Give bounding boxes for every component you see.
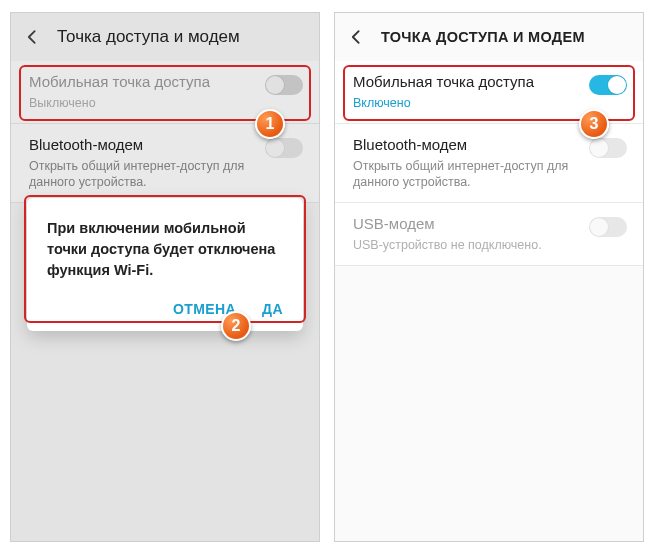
step-badge-1: 1 — [255, 109, 285, 139]
row-usb-tether[interactable]: USB-модем USB-устройство не подключено. — [335, 203, 643, 266]
phone-screen-right: ТОЧКА ДОСТУПА И МОДЕМ Мобильная точка до… — [334, 12, 644, 542]
dialog-message: При включении мобильной точки доступа бу… — [47, 218, 283, 281]
confirm-dialog: При включении мобильной точки доступа бу… — [27, 198, 303, 331]
phone-screen-left: Точка доступа и модем Мобильная точка до… — [10, 12, 320, 542]
toggle-bluetooth[interactable] — [589, 138, 627, 158]
row-title: Bluetooth-модем — [353, 136, 579, 155]
row-subtitle: USB-устройство не подключено. — [353, 237, 579, 253]
step-badge-2: 2 — [221, 311, 251, 341]
row-title: USB-модем — [353, 215, 579, 234]
row-subtitle: Включено — [353, 95, 579, 111]
toggle-usb[interactable] — [589, 217, 627, 237]
appbar: ТОЧКА ДОСТУПА И МОДЕМ — [335, 13, 643, 61]
toggle-hotspot[interactable] — [589, 75, 627, 95]
settings-list: Мобильная точка доступа Включено Bluetoo… — [335, 61, 643, 266]
back-icon[interactable] — [347, 27, 367, 47]
step-badge-3: 3 — [579, 109, 609, 139]
row-title: Мобильная точка доступа — [353, 73, 579, 92]
ok-button[interactable]: ДА — [262, 301, 283, 317]
appbar-title: ТОЧКА ДОСТУПА И МОДЕМ — [381, 29, 585, 45]
row-subtitle: Открыть общий интернет-доступ для данног… — [353, 158, 579, 191]
